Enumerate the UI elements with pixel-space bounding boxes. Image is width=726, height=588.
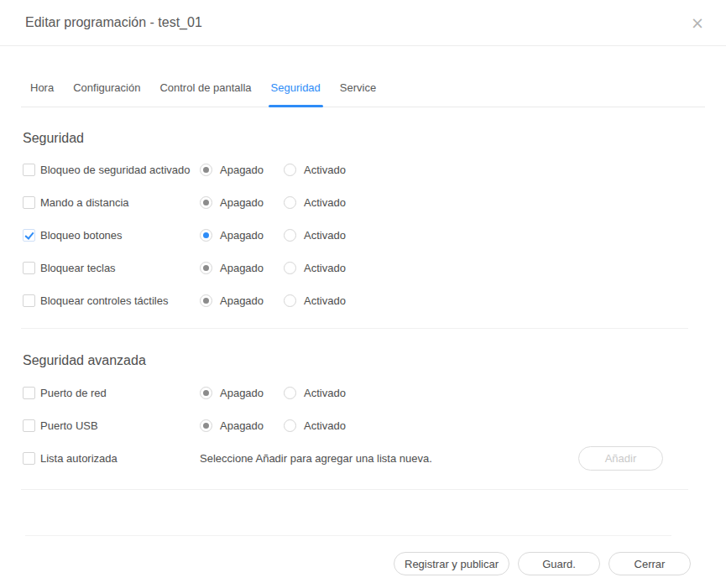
dialog-title: Editar programación - test_01 bbox=[25, 15, 202, 30]
radio-label: Apagado bbox=[220, 164, 264, 176]
radio-apagado[interactable]: Apagado bbox=[200, 294, 284, 307]
radio-circle-icon bbox=[200, 164, 212, 176]
row-label: Bloquear teclas bbox=[40, 262, 200, 274]
radio-circle-icon bbox=[284, 229, 296, 242]
register-publish-button[interactable]: Registrar y publicar bbox=[394, 552, 509, 575]
add-button[interactable]: Añadir bbox=[578, 446, 663, 471]
section-divider bbox=[21, 328, 688, 329]
radio-label: Activado bbox=[304, 262, 346, 274]
row-puerto-red: Puerto de red Apagado Activado bbox=[21, 377, 705, 409]
checkbox-bloqueo-botones[interactable] bbox=[23, 229, 35, 242]
row-label: Bloqueo de seguridad activado bbox=[40, 164, 200, 176]
tab-service[interactable]: Service bbox=[339, 81, 377, 107]
radio-activado[interactable]: Activado bbox=[284, 262, 346, 274]
radio-circle-icon bbox=[284, 196, 296, 209]
checkbox-mando-distancia[interactable] bbox=[23, 196, 35, 209]
close-icon[interactable]: × bbox=[691, 15, 704, 31]
tab-hora[interactable]: Hora bbox=[29, 81, 55, 107]
radio-apagado[interactable]: Apagado bbox=[200, 164, 284, 176]
radio-circle-icon bbox=[284, 419, 296, 432]
radio-label: Activado bbox=[304, 164, 346, 176]
radio-activado[interactable]: Activado bbox=[284, 294, 346, 307]
radio-apagado[interactable]: Apagado bbox=[200, 196, 284, 209]
radio-circle-icon bbox=[200, 196, 212, 209]
dialog-header: Editar programación - test_01 × bbox=[0, 0, 726, 46]
section-title-seguridad: Seguridad bbox=[23, 131, 705, 146]
radio-label: Activado bbox=[304, 419, 346, 432]
footer-divider bbox=[25, 535, 671, 536]
section-divider bbox=[21, 489, 688, 490]
radio-circle-icon bbox=[200, 294, 212, 307]
allowlist-hint: Seleccione Añadir para agregar una lista… bbox=[200, 452, 432, 465]
dialog-body: Hora Configuración Control de pantalla S… bbox=[0, 81, 726, 575]
radio-label: Activado bbox=[304, 229, 346, 242]
radio-label: Apagado bbox=[220, 387, 264, 399]
checkbox-bloqueo-seguridad[interactable] bbox=[23, 164, 35, 176]
footer-buttons: Registrar y publicar Guard. Cerrar bbox=[21, 552, 705, 575]
tab-seguridad[interactable]: Seguridad bbox=[270, 81, 321, 107]
radio-label: Apagado bbox=[220, 196, 264, 209]
radio-circle-icon bbox=[284, 164, 296, 176]
radio-label: Apagado bbox=[220, 229, 264, 242]
radio-circle-icon bbox=[284, 294, 296, 307]
radio-label: Apagado bbox=[220, 419, 264, 432]
row-label: Bloqueo botones bbox=[40, 229, 200, 242]
radio-circle-icon bbox=[200, 387, 212, 399]
radio-circle-icon bbox=[200, 262, 212, 274]
row-bloquear-teclas: Bloquear teclas Apagado Activado bbox=[21, 252, 705, 284]
radio-label: Activado bbox=[304, 294, 346, 307]
checkbox-puerto-usb[interactable] bbox=[23, 419, 35, 432]
radio-circle-icon bbox=[200, 229, 212, 242]
radio-apagado[interactable]: Apagado bbox=[200, 262, 284, 274]
row-bloquear-controles-tactiles: Bloquear controles táctiles Apagado Acti… bbox=[21, 284, 705, 317]
edit-schedule-dialog: Editar programación - test_01 × Hora Con… bbox=[0, 0, 726, 575]
radio-apagado[interactable]: Apagado bbox=[200, 419, 284, 432]
radio-activado[interactable]: Activado bbox=[284, 196, 346, 209]
tab-bar: Hora Configuración Control de pantalla S… bbox=[21, 81, 705, 107]
radio-circle-icon bbox=[284, 262, 296, 274]
radio-activado[interactable]: Activado bbox=[284, 387, 346, 399]
radio-label: Activado bbox=[304, 387, 346, 399]
radio-label: Apagado bbox=[220, 262, 264, 274]
row-label: Mando a distancia bbox=[40, 196, 200, 209]
row-label: Puerto de red bbox=[40, 387, 200, 399]
row-puerto-usb: Puerto USB Apagado Activado bbox=[21, 409, 705, 442]
checkbox-bloquear-teclas[interactable] bbox=[23, 262, 35, 274]
close-button[interactable]: Cerrar bbox=[608, 552, 691, 575]
checkbox-lista-autorizada[interactable] bbox=[23, 452, 35, 465]
tab-configuracion[interactable]: Configuración bbox=[72, 81, 141, 107]
tab-control-de-pantalla[interactable]: Control de pantalla bbox=[159, 81, 252, 107]
radio-activado[interactable]: Activado bbox=[284, 419, 346, 432]
row-bloqueo-seguridad: Bloqueo de seguridad activado Apagado Ac… bbox=[21, 154, 705, 186]
checkbox-bloquear-controles-tactiles[interactable] bbox=[23, 294, 35, 307]
row-bloqueo-botones: Bloqueo botones Apagado Activado bbox=[21, 219, 705, 252]
row-label: Lista autorizada bbox=[40, 452, 200, 465]
radio-circle-icon bbox=[284, 387, 296, 399]
radio-apagado[interactable]: Apagado bbox=[200, 387, 284, 399]
save-button[interactable]: Guard. bbox=[518, 552, 600, 575]
section-title-seguridad-avanzada: Seguridad avanzada bbox=[23, 353, 705, 368]
row-lista-autorizada: Lista autorizada Seleccione Añadir para … bbox=[21, 442, 705, 475]
radio-activado[interactable]: Activado bbox=[284, 229, 346, 242]
radio-apagado[interactable]: Apagado bbox=[200, 229, 284, 242]
row-label: Bloquear controles táctiles bbox=[40, 294, 200, 307]
radio-label: Activado bbox=[304, 196, 346, 209]
radio-activado[interactable]: Activado bbox=[284, 164, 346, 176]
row-mando-distancia: Mando a distancia Apagado Activado bbox=[21, 186, 705, 219]
row-label: Puerto USB bbox=[40, 419, 200, 432]
checkbox-puerto-red[interactable] bbox=[23, 387, 35, 399]
radio-circle-icon bbox=[200, 419, 212, 432]
radio-label: Apagado bbox=[220, 294, 264, 307]
